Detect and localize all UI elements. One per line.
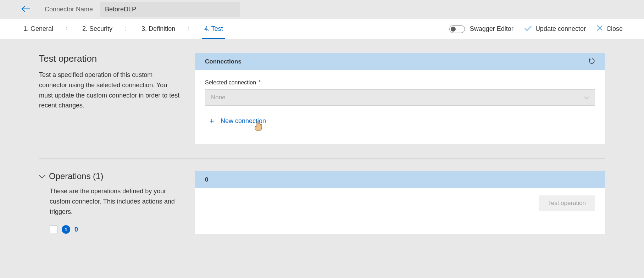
selected-connection-label: Selected connection *: [205, 79, 595, 86]
connections-panel: Connections Selected connection * None ＋: [195, 53, 605, 144]
new-connection-button[interactable]: ＋ New connection: [208, 116, 595, 126]
back-arrow-icon[interactable]: [21, 5, 30, 14]
operations-status-row: 1 0: [39, 225, 181, 234]
swagger-toggle[interactable]: [449, 25, 465, 33]
connections-panel-header: Connections: [195, 53, 605, 70]
operation-header-label: 0: [205, 176, 208, 183]
swagger-label: Swagger Editor: [470, 25, 513, 33]
pointer-cursor-icon: [254, 121, 263, 133]
toggle-knob: [451, 27, 456, 32]
check-icon: [524, 25, 532, 33]
chevron-right-icon: 〉: [65, 26, 70, 32]
update-connector-label: Update connector: [535, 25, 586, 33]
status-count: 0: [74, 226, 78, 233]
top-bar: Connector Name BeforeDLP: [0, 0, 644, 19]
connections-header-label: Connections: [205, 58, 242, 65]
close-button[interactable]: Close: [596, 25, 623, 33]
section-divider: [39, 158, 605, 159]
status-indicator-empty[interactable]: [50, 226, 57, 233]
tab-definition[interactable]: 3. Definition: [139, 19, 177, 39]
operation-panel-header: 0: [195, 171, 605, 188]
connector-name-input[interactable]: BeforeDLP: [100, 2, 240, 17]
chevron-down-icon: [584, 95, 589, 100]
selected-connection-dropdown[interactable]: None: [205, 89, 595, 106]
close-icon: [596, 25, 603, 33]
operations-section: Operations (1) These are the operations …: [39, 171, 605, 234]
test-operation-section: Test operation Test a specified operatio…: [39, 53, 605, 144]
main-content: Test operation Test a specified operatio…: [0, 39, 644, 234]
test-operation-button[interactable]: Test operation: [539, 195, 595, 211]
test-operation-title: Test operation: [39, 53, 181, 64]
plus-icon: ＋: [208, 116, 216, 126]
connector-name-label: Connector Name: [45, 6, 93, 13]
operation-panel: 0 Test operation: [195, 171, 605, 234]
update-connector-button[interactable]: Update connector: [524, 25, 586, 33]
operations-title[interactable]: Operations (1): [39, 171, 181, 181]
tab-bar-actions: Swagger Editor Update connector Close: [449, 25, 623, 33]
connector-name-value: BeforeDLP: [105, 6, 136, 13]
chevron-right-icon: 〉: [187, 26, 192, 32]
close-label: Close: [606, 25, 623, 33]
tab-general[interactable]: 1. General: [21, 19, 55, 39]
tab-security[interactable]: 2. Security: [80, 19, 115, 39]
tab-test[interactable]: 4. Test: [202, 19, 225, 39]
chevron-down-icon: [39, 173, 45, 180]
operations-desc: These are the operations defined by your…: [39, 186, 181, 217]
status-badge[interactable]: 1: [62, 225, 70, 234]
dropdown-placeholder: None: [211, 94, 226, 101]
refresh-icon[interactable]: [589, 58, 595, 66]
test-operation-desc: Test a specified operation of this custo…: [39, 70, 181, 111]
chevron-right-icon: 〉: [124, 26, 129, 32]
operations-title-text: Operations (1): [49, 171, 103, 181]
required-indicator: *: [257, 79, 261, 85]
tab-bar: 1. General 〉 2. Security 〉 3. Definition…: [0, 19, 644, 39]
